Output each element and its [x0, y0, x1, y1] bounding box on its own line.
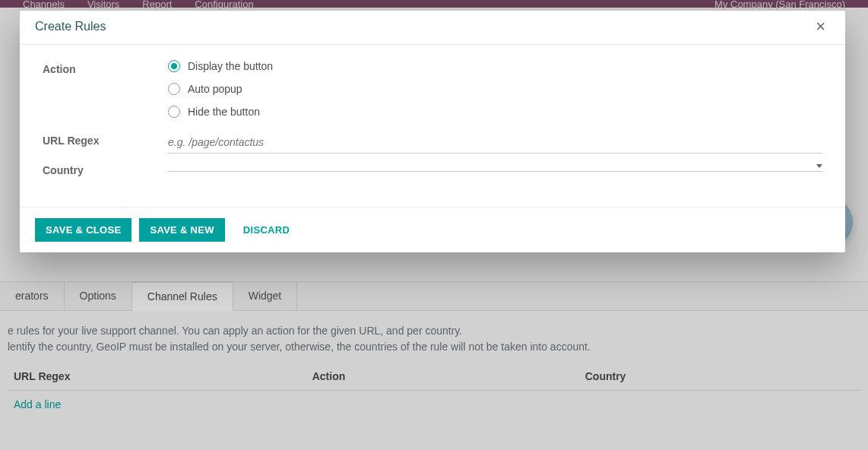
- label-country: Country: [43, 161, 168, 176]
- save-close-button[interactable]: SAVE & CLOSE: [35, 218, 131, 242]
- label-action: Action: [43, 60, 168, 75]
- radio-hide-button[interactable]: Hide the button: [168, 106, 822, 118]
- create-rules-modal: Create Rules × Action Display the button…: [20, 11, 845, 252]
- radio-label: Display the button: [188, 60, 273, 72]
- radio-icon: [168, 60, 180, 72]
- label-url-regex: URL Regex: [43, 132, 168, 147]
- chevron-down-icon: [816, 164, 822, 168]
- radio-label: Auto popup: [188, 83, 242, 95]
- country-select[interactable]: [168, 161, 822, 172]
- radio-label: Hide the button: [188, 106, 260, 118]
- url-regex-input[interactable]: [168, 132, 822, 154]
- radio-display-button[interactable]: Display the button: [168, 60, 822, 72]
- radio-auto-popup[interactable]: Auto popup: [168, 83, 822, 95]
- discard-button[interactable]: DISCARD: [233, 218, 300, 242]
- close-icon[interactable]: ×: [811, 18, 830, 35]
- radio-icon: [168, 83, 180, 95]
- save-new-button[interactable]: SAVE & NEW: [139, 218, 224, 242]
- radio-icon: [168, 106, 180, 118]
- modal-title: Create Rules: [35, 20, 106, 33]
